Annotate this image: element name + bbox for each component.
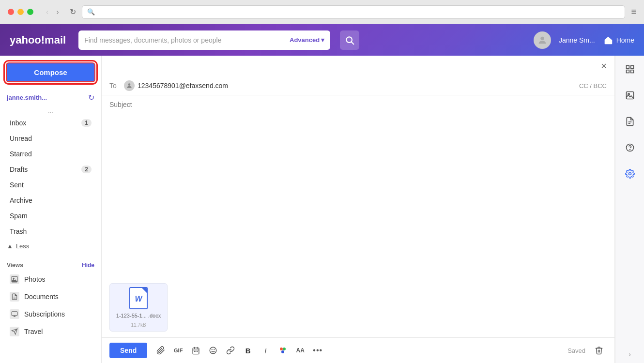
compose-to-row: To 12345678901@efaxsend.com CC / BCC (102, 76, 614, 95)
views-item-travel[interactable]: Travel (3, 323, 98, 340)
svg-rect-24 (626, 66, 629, 69)
avatar (534, 31, 551, 49)
image-icon-button[interactable] (621, 87, 639, 104)
subject-input[interactable] (109, 101, 607, 108)
attachment-area: W 1-123-55-1... .docx 11.7kB (102, 277, 614, 337)
compose-button[interactable]: Compose (6, 62, 95, 82)
svg-rect-7 (12, 312, 17, 316)
account-row: janne.smith... ↻ (0, 89, 101, 106)
compose-subject-row[interactable] (102, 95, 614, 114)
emoji-button[interactable] (205, 343, 221, 358)
svg-rect-26 (626, 70, 629, 73)
back-button[interactable]: ‹ (43, 7, 51, 17)
account-name: janne.smith... (7, 94, 47, 101)
views-item-photos[interactable]: Photos (3, 271, 98, 287)
text-size-button[interactable]: AA (292, 343, 308, 358)
refresh-button[interactable]: ↻ (70, 7, 76, 16)
attach-button[interactable] (153, 343, 169, 358)
svg-point-10 (128, 83, 131, 86)
chevron-up-icon: ▲ (7, 242, 13, 250)
svg-point-34 (629, 173, 631, 175)
traffic-lights (8, 9, 33, 15)
mail-header: yahoo!mail Find messages, documents, pho… (0, 24, 644, 56)
calendar-button[interactable] (188, 343, 203, 358)
sidebar-item-starred[interactable]: Starred (3, 147, 98, 161)
sidebar-item-sent[interactable]: Sent (3, 178, 98, 192)
maximize-traffic-light[interactable] (27, 9, 33, 15)
header-right: Janne Sm... Home (534, 31, 634, 49)
attachment-thumb[interactable]: W 1-123-55-1... .docx 11.7kB (109, 283, 168, 332)
views-item-subscriptions[interactable]: Subscriptions (3, 306, 98, 322)
help-icon-button[interactable] (621, 139, 639, 156)
color-button[interactable] (275, 343, 291, 358)
starred-label: Starred (10, 150, 32, 158)
drafts-label: Drafts (10, 166, 28, 173)
expand-panel-button[interactable]: › (629, 350, 631, 358)
sidebar: Compose janne.smith... ↻ ... Inbox 1 Unr… (0, 56, 102, 363)
svg-rect-25 (630, 66, 633, 69)
svg-rect-27 (630, 70, 633, 73)
minimize-traffic-light[interactable] (17, 9, 24, 15)
sidebar-item-inbox[interactable]: Inbox 1 (3, 116, 98, 130)
recipient-email: 12345678901@efaxsend.com (138, 82, 228, 90)
home-button[interactable]: Home (603, 35, 634, 45)
close-button[interactable]: × (601, 60, 607, 72)
nav-arrows: ‹ › (43, 7, 62, 17)
more-toolbar-button[interactable]: ••• (310, 343, 325, 358)
sent-label: Sent (10, 181, 24, 189)
link-button[interactable] (223, 343, 238, 358)
yahoo-logo: yahoo!mail (10, 34, 66, 46)
title-bar: ‹ › ↻ 🔍 ≡ (0, 0, 644, 24)
inbox-badge: 1 (81, 119, 92, 127)
to-label: To (109, 82, 119, 90)
sidebar-item-drafts[interactable]: Drafts 2 (3, 162, 98, 177)
attachment-size: 11.7kB (131, 322, 146, 328)
attachment-name: 1-123-55-1... .docx (114, 312, 163, 319)
spam-label: Spam (10, 212, 28, 220)
docx-file-icon: W (129, 287, 148, 309)
trash-label: Trash (10, 227, 27, 235)
views-item-documents[interactable]: Documents (3, 288, 98, 305)
travel-icon (10, 327, 19, 336)
send-button[interactable]: Send (109, 343, 147, 358)
svg-point-23 (281, 350, 284, 353)
less-button[interactable]: ▲ Less (0, 239, 101, 253)
svg-point-2 (540, 36, 544, 40)
gif-button[interactable]: GIF (170, 343, 186, 358)
bold-button[interactable]: B (240, 343, 256, 358)
sidebar-item-archive[interactable]: Archive (3, 193, 98, 208)
cc-bcc-button[interactable]: CC / BCC (579, 82, 607, 90)
compose-header: × (102, 56, 614, 76)
svg-line-1 (352, 42, 354, 44)
delete-button[interactable] (591, 343, 607, 358)
sidebar-item-trash[interactable]: Trash (3, 224, 98, 239)
photos-icon (10, 274, 19, 284)
menu-icon[interactable]: ≡ (631, 7, 636, 17)
notes-icon-button[interactable] (621, 113, 639, 130)
advanced-button[interactable]: Advanced ▾ (290, 36, 324, 44)
sidebar-item-unread[interactable]: Unread (3, 131, 98, 146)
close-traffic-light[interactable] (8, 9, 14, 15)
account-refresh-icon[interactable]: ↻ (88, 93, 94, 102)
unread-label: Unread (10, 135, 32, 142)
svg-point-21 (280, 348, 283, 350)
search-button[interactable] (340, 30, 359, 50)
search-bar[interactable]: Find messages, documents, photos or peop… (78, 30, 330, 50)
forward-button[interactable]: › (53, 7, 61, 17)
compose-body[interactable] (102, 114, 614, 277)
user-name: Janne Sm... (559, 36, 595, 44)
sidebar-item-spam[interactable]: Spam (3, 209, 98, 223)
settings-icon-button[interactable] (621, 165, 639, 182)
subscriptions-icon (10, 309, 19, 319)
grid-icon-button[interactable] (621, 60, 639, 78)
hide-views-button[interactable]: Hide (82, 262, 94, 269)
recipient-chip: 12345678901@efaxsend.com (124, 80, 228, 91)
views-section: Views Hide (0, 258, 101, 271)
compose-area: × To 12345678901@efaxsend.com CC / BCC (102, 56, 615, 363)
inbox-label: Inbox (10, 119, 26, 127)
main-layout: Compose janne.smith... ↻ ... Inbox 1 Unr… (0, 56, 644, 363)
more-dots: ... (0, 106, 101, 115)
right-panel: › (615, 56, 644, 363)
svg-point-22 (283, 348, 286, 350)
italic-button[interactable]: I (258, 343, 273, 358)
